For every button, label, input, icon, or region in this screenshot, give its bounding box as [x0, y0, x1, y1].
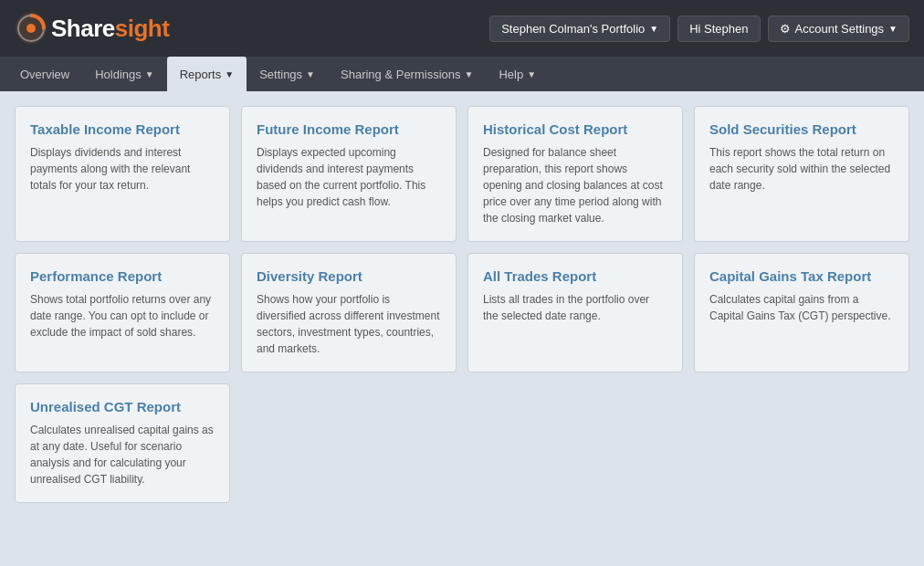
report-description: Displays dividends and interest payments…: [30, 144, 215, 194]
reports-grid: Taxable Income Report Displays dividends…: [0, 91, 924, 518]
report-card-taxable-income[interactable]: Taxable Income Report Displays dividends…: [15, 106, 230, 242]
nav-label-sharing: Sharing & Permissions: [341, 68, 461, 81]
report-card-capital-gains[interactable]: Capital Gains Tax Report Calculates capi…: [694, 253, 909, 372]
header-right: Stephen Colman's Portfolio ▼ Hi Stephen …: [489, 16, 909, 42]
account-settings-label: Account Settings: [795, 22, 885, 36]
report-title: Taxable Income Report: [30, 121, 215, 137]
report-description: This report shows the total return on ea…: [709, 144, 894, 194]
chevron-down-icon: ▼: [527, 69, 536, 79]
svg-point-1: [26, 24, 36, 33]
chevron-down-icon: ▼: [225, 69, 234, 79]
portfolio-dropdown-arrow: ▼: [649, 24, 658, 34]
logo-icon: [15, 12, 47, 45]
report-title: Performance Report: [30, 268, 215, 284]
chevron-down-icon: ▼: [306, 69, 315, 79]
hi-label: Hi Stephen: [689, 22, 748, 36]
gear-icon: ⚙: [780, 22, 791, 36]
account-settings-button[interactable]: ⚙ Account Settings ▼: [768, 16, 909, 42]
nav-item-help[interactable]: Help ▼: [486, 57, 549, 91]
header: Sharesight Stephen Colman's Portfolio ▼ …: [0, 0, 924, 57]
logo-text: Sharesight: [51, 15, 169, 43]
report-description: Lists all trades in the portfolio over t…: [483, 291, 667, 324]
main-nav: Overview Holdings ▼ Reports ▼ Settings ▼…: [0, 57, 924, 91]
report-card-all-trades[interactable]: All Trades Report Lists all trades in th…: [467, 253, 683, 372]
report-card-performance[interactable]: Performance Report Shows total portfolio…: [15, 253, 230, 372]
report-description: Designed for balance sheet preparation, …: [483, 144, 667, 226]
report-description: Calculates unrealised capital gains as a…: [30, 422, 215, 487]
portfolio-label: Stephen Colman's Portfolio: [501, 22, 645, 36]
report-title: Unrealised CGT Report: [30, 399, 215, 414]
nav-label-overview: Overview: [20, 68, 69, 81]
nav-item-reports[interactable]: Reports ▼: [167, 57, 247, 91]
report-title: Capital Gains Tax Report: [709, 268, 894, 284]
nav-label-help: Help: [499, 68, 523, 81]
nav-item-sharing[interactable]: Sharing & Permissions ▼: [328, 57, 486, 91]
report-description: Calculates capital gains from a Capital …: [709, 291, 894, 324]
report-description: Shows total portfolio returns over any d…: [30, 291, 215, 341]
nav-label-settings: Settings: [259, 68, 302, 81]
nav-label-holdings: Holdings: [95, 68, 142, 81]
logo[interactable]: Sharesight: [15, 12, 169, 45]
report-title: Sold Securities Report: [709, 121, 894, 137]
nav-item-overview[interactable]: Overview: [7, 57, 82, 91]
report-title: All Trades Report: [483, 268, 667, 284]
portfolio-button[interactable]: Stephen Colman's Portfolio ▼: [489, 16, 670, 42]
report-description: Shows how your portfolio is diversified …: [257, 291, 441, 357]
report-card-future-income[interactable]: Future Income Report Displays expected u…: [241, 106, 457, 242]
report-card-unrealised-cgt[interactable]: Unrealised CGT Report Calculates unreali…: [15, 383, 230, 503]
nav-label-reports: Reports: [180, 68, 222, 81]
report-card-diversity[interactable]: Diversity Report Shows how your portfoli…: [241, 253, 457, 372]
report-description: Displays expected upcoming dividends and…: [257, 144, 441, 210]
report-title: Future Income Report: [257, 121, 441, 137]
nav-item-holdings[interactable]: Holdings ▼: [82, 57, 167, 91]
report-card-sold-securities[interactable]: Sold Securities Report This report shows…: [694, 106, 909, 242]
report-title: Diversity Report: [257, 268, 441, 284]
account-settings-arrow: ▼: [888, 24, 898, 34]
nav-item-settings[interactable]: Settings ▼: [247, 57, 328, 91]
report-title: Historical Cost Report: [483, 121, 667, 137]
report-card-historical-cost[interactable]: Historical Cost Report Designed for bala…: [467, 106, 683, 242]
hi-stephen-button[interactable]: Hi Stephen: [677, 16, 760, 42]
chevron-down-icon: ▼: [145, 69, 154, 79]
chevron-down-icon: ▼: [465, 69, 474, 79]
